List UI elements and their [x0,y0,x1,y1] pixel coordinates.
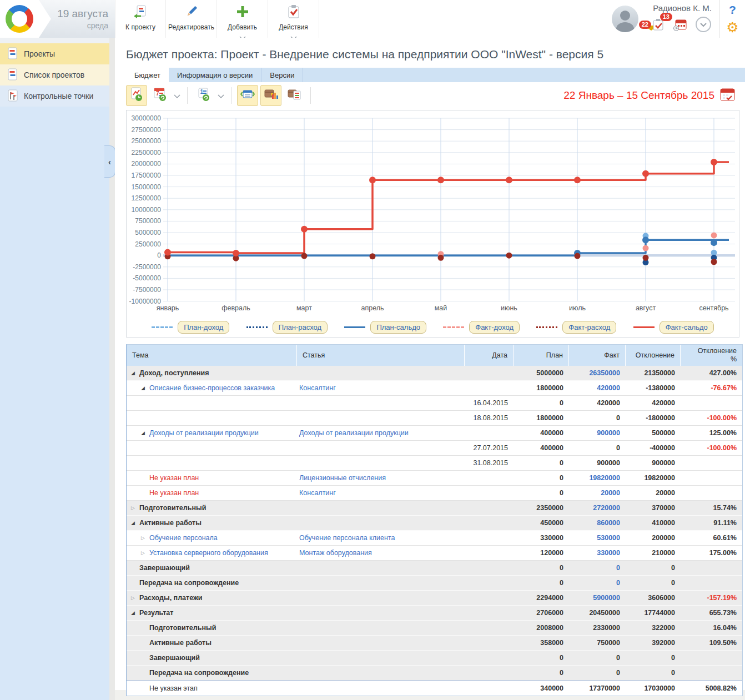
cell-deviation: 20000 [626,486,681,500]
table-row: ◢Завершающий000 [127,561,742,576]
cell-deviation-percent [681,456,742,470]
cell-article [297,636,465,650]
calendar-clock-icon[interactable] [673,18,687,33]
column-header[interactable]: Дата [465,345,514,366]
help-button[interactable]: ? [729,3,736,17]
cell-date [465,516,514,530]
sidebar-collapse-button[interactable]: ‹ [104,145,115,178]
svg-text:-7500000: -7500000 [133,286,161,294]
tab-version-info[interactable]: Информация о версии [169,68,261,82]
chevron-down-icon[interactable] [174,90,180,100]
mail-badge: 22 [639,21,651,29]
x-axis-label: июнь [501,304,517,312]
sidebar-item-project-list[interactable]: Список проектов [0,64,109,85]
cell-date: 16.04.2015 [465,396,514,410]
data-point [301,226,308,233]
tab-versions[interactable]: Версии [261,68,303,82]
legend-label[interactable]: Факт-расход [562,321,616,334]
cell-deviation-percent: 60.61% [681,531,742,545]
table-row: ◢Доход, поступления500000026350000213500… [127,366,742,381]
column-header[interactable]: Статья [297,345,465,366]
cell-deviation-percent [681,486,742,500]
column-header[interactable]: План [514,345,569,366]
theme-label: Не указан план [149,489,199,497]
tree-expander-icon[interactable]: ◢ [141,430,149,436]
user-avatar[interactable] [612,6,638,32]
data-point [506,177,512,183]
column-header[interactable]: Отклонение [626,345,681,366]
chevron-down-icon[interactable] [218,90,224,100]
article-link[interactable]: Консалтинг [297,489,336,497]
add-label: Добавить [228,23,257,31]
cell-article: Лицензионные отчисления [297,471,465,485]
sidebar-item-projects[interactable]: Проекты [0,43,109,64]
cell-deviation: -400000 [626,441,681,455]
period-calendar-icon[interactable] [720,88,735,103]
theme-label: Доход, поступления [139,369,209,377]
theme-label: Завершающий [139,564,190,572]
app-logo-icon [6,5,33,33]
theme-label[interactable]: Установка серверного оборудования [149,549,268,557]
current-date: 19 августа среда [39,0,115,38]
article-link[interactable]: Лицензионные отчисления [297,474,386,482]
cell-date [465,546,514,560]
edit-button[interactable]: Редактировать [166,0,217,38]
cell-plan: 2350000 [514,501,569,515]
collapse-chevron-icon[interactable] [695,16,712,35]
date-day: 19 августа [57,8,108,20]
data-point [370,253,376,259]
article-link[interactable]: Консалтинг [297,384,336,392]
add-button[interactable]: Добавить [217,0,268,38]
tree-expander-icon[interactable]: ◢ [131,520,139,526]
article-link[interactable]: Монтаж оборудования [297,549,372,557]
theme-label[interactable]: Обучение персонала [149,534,218,542]
tree-expander-icon[interactable]: ◢ [131,370,139,376]
legend-label[interactable]: План-расход [273,321,328,334]
data-point [575,253,581,259]
cell-fact: 420000 [569,381,626,395]
cell-date [465,486,514,500]
tree-expander-icon[interactable]: ▷ [141,550,149,556]
cell-deviation-percent: -100.00% [681,441,742,455]
settings-gear-icon[interactable]: ⚙ [726,21,738,34]
table-row: ▷Расходы, платежи229400059000003606000-1… [127,591,742,606]
column-header[interactable]: Факт [569,345,626,366]
app-logo[interactable] [0,0,39,38]
tab-budget[interactable]: Бюджет [126,68,169,82]
user-name[interactable]: Радионов К. М. [653,3,712,13]
cell-theme: ◢ [127,411,297,425]
svg-text:-5000000: -5000000 [133,274,161,282]
tree-expander-icon[interactable]: ▷ [141,535,149,541]
tree-expander-icon[interactable]: ▷ [131,505,139,511]
svg-text:-2500000: -2500000 [133,263,161,271]
legend-label[interactable]: Факт-сальдо [660,321,714,334]
theme-label[interactable]: Доходы от реализации продукции [149,429,259,437]
tree-expander-icon[interactable]: ▷ [131,595,139,601]
cell-date [465,591,514,605]
actions-button[interactable]: Действия [268,0,319,38]
theme-label: Не указан этап [149,684,198,692]
table-row: ◢16.04.20150420000420000 [127,396,742,411]
legend-label[interactable]: Факт-доход [469,321,520,334]
day-period-button[interactable]: 1 [193,85,214,106]
svg-text:12500000: 12500000 [132,194,162,202]
article-link[interactable]: Обучение персонала клиента [297,534,395,542]
task-notifications[interactable]: 13 [652,18,665,33]
to-project-button[interactable]: К проекту [115,0,166,38]
chart-view-button[interactable] [126,85,147,106]
week-period-button[interactable]: 7 [149,85,170,106]
article-link[interactable]: Доходы от реализации продукции [297,429,409,437]
column-header[interactable]: Тема [127,345,297,366]
split-columns-button[interactable] [237,85,258,106]
budget-report-button[interactable] [284,85,305,106]
cell-fact: 19820000 [569,471,626,485]
legend-label[interactable]: План-сальдо [370,321,426,334]
legend-label[interactable]: План-доход [178,321,229,334]
sidebar-item-milestones[interactable]: Контрольные точки [0,85,109,107]
column-header[interactable]: Отклонение % [681,345,742,366]
tree-expander-icon[interactable]: ◢ [131,610,139,616]
tree-expander-icon[interactable]: ◢ [141,385,149,391]
budget-chart-button[interactable] [260,85,281,106]
theme-label[interactable]: Описание бизнес-процессов заказчика [149,384,275,392]
cell-date [465,531,514,545]
